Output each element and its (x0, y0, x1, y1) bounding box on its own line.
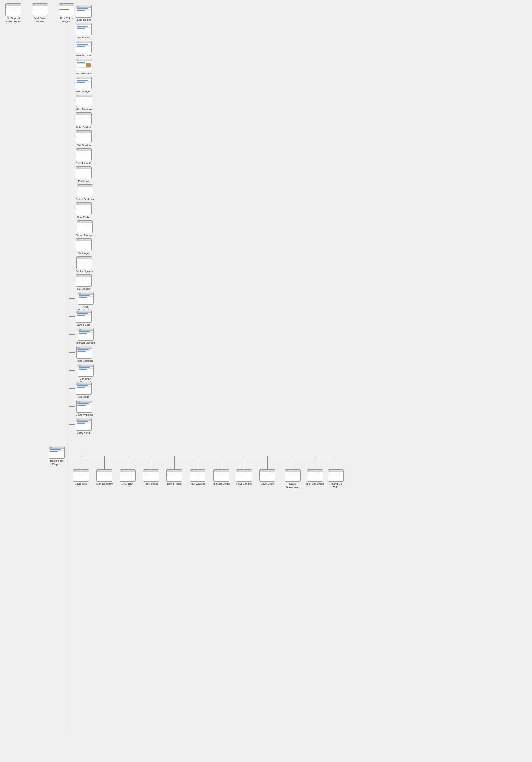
vline-hoyt (244, 456, 244, 469)
spine-item-3: Max Pescatori (69, 59, 92, 75)
layne-flack-thumb[interactable] (76, 23, 92, 35)
hoyt-corkins-thumb[interactable] (236, 469, 252, 482)
nick-schulman-thumb[interactable] (307, 469, 323, 482)
max-pescatori-label: Max Pescatori (76, 72, 93, 75)
scotty-nguyen-thumb[interactable] (76, 256, 92, 269)
ted-forrest-thumb[interactable] (143, 469, 159, 482)
bottom-best-poker-label: Best Poker Players (47, 459, 66, 466)
jamie-gold-label: Jamie Gold (77, 323, 90, 327)
marcel-luske-label: Marcel Luske (76, 54, 92, 57)
ted-forrest-label: Ted Forrest (144, 482, 158, 486)
phil-hellmuth-thumb[interactable] (76, 148, 92, 161)
marcel-luske-thumb[interactable] (76, 41, 92, 53)
juha-helppi-thumb[interactable] (76, 5, 92, 18)
michael-binger-label: Michael Binger (213, 482, 230, 486)
spine-item-14: Scotty Nguyen (69, 256, 93, 273)
mike-matusow-label: Mike Matusow (76, 108, 93, 111)
mike-matusow-thumb[interactable] (76, 95, 92, 107)
ivan-demidov-item: Ivan Demidov (96, 469, 113, 486)
best-poker-thumb[interactable] (32, 3, 48, 16)
ivan-demidov-thumb[interactable] (96, 469, 112, 482)
vline-david-benyamine (291, 456, 291, 469)
men-nguyen-label: Men Nguyen (76, 90, 91, 93)
spine-item-12: Simon Trumper (69, 220, 94, 237)
spine-item-15: T.J. Cloutier (69, 274, 92, 291)
jamie-gold-thumb[interactable] (76, 310, 92, 323)
vline-michael-binger (221, 456, 221, 469)
page-container: No Deposit Poker Bonus Best Poker Player… (0, 0, 532, 13)
vline-david-pham (174, 456, 175, 469)
jerry-yang-thumb[interactable] (76, 418, 92, 431)
max-pescatori-thumb[interactable] (76, 59, 92, 71)
phil-gordon-thumb[interactable] (76, 130, 92, 143)
jonathan-duhamel-thumb[interactable] (78, 364, 94, 377)
simon-trumper-thumb[interactable] (77, 220, 93, 233)
ted-forrest-item: Ted Forrest (143, 469, 159, 486)
tj-cloutier-thumb[interactable] (76, 274, 92, 287)
david-benyamine-thumb[interactable] (285, 469, 301, 482)
spine-bottom-ext (69, 436, 69, 456)
dave-ulliott-item: Dave Ulliott (259, 469, 275, 486)
spine-item-5: Mike Matusow (69, 95, 93, 111)
jc-tran-thumb[interactable] (120, 469, 136, 482)
david-chiu-item: David Chiu (73, 469, 89, 486)
spine-item-4: Men Nguyen (69, 77, 92, 93)
nick-schulman-label: Nick Schulman (306, 482, 324, 486)
david-williams-label: David Williams (76, 413, 93, 417)
phil-gordon-label: Phil Gordon (77, 144, 91, 147)
dave-ulliott-thumb[interactable] (259, 469, 275, 482)
phil-laak-label: Phil Laak (78, 180, 89, 183)
spine-item-11: Sam Farha (69, 202, 92, 219)
michael-mizrachi-thumb[interactable] (78, 328, 94, 341)
tj-cloutier-label: T.J. Cloutier (77, 287, 91, 291)
phil-laak-thumb[interactable] (76, 166, 92, 179)
vline-ted (151, 456, 151, 469)
michael-binger-thumb[interactable] (213, 469, 229, 482)
bottom-best-poker-thumb[interactable] (49, 446, 65, 459)
no-deposit-label: No Deposit Poker Bonus (3, 17, 23, 23)
top-row: No Deposit Poker Bonus Best Poker Player… (3, 3, 76, 23)
spine-item-23: Jerry Yang (69, 418, 92, 435)
hoyt-corkins-item: Hoyt Corkins (236, 469, 252, 486)
top-item-no-deposit: No Deposit Poker Bonus (3, 3, 23, 23)
h-line-top (59, 9, 69, 10)
sam-farha-thumb[interactable] (76, 202, 92, 215)
peter-eastgate-label: Peter Eastgate (76, 359, 93, 363)
david-williams-thumb[interactable] (76, 400, 92, 413)
spine-item-17: Jamie Gold (69, 310, 92, 327)
vline-jc (128, 456, 128, 469)
roland-de-wolfe-label: Roland De Wolfe (326, 482, 346, 489)
david-chiu-thumb[interactable] (73, 469, 89, 482)
peter-eastgate-thumb[interactable] (76, 346, 92, 359)
vline-dave (267, 456, 268, 469)
david-pham-item: David Pham (166, 469, 182, 486)
men-nguyen-thumb[interactable] (76, 77, 92, 89)
spine-item-7: Phil Gordon (69, 130, 92, 147)
bottom-h-line (69, 456, 335, 456)
david-benyamine-label: David Benyamine (283, 482, 303, 489)
michael-mizrachi-label: Michael Mizrachi (76, 341, 96, 345)
mike-sexton-label: Mike Sexton (76, 126, 91, 129)
roland-de-wolfe-thumb[interactable] (328, 469, 344, 482)
mike-sexton-thumb[interactable] (76, 112, 92, 125)
vline-nick (314, 456, 314, 469)
joe-cada-thumb[interactable] (76, 382, 92, 395)
stu-ungar-thumb[interactable] (76, 238, 92, 251)
bottom-best-poker-node: Best Poker Players (47, 446, 66, 466)
paul-wasicka-thumb[interactable] (190, 469, 205, 482)
juha-helppi-label: Juha Helppi (77, 18, 91, 22)
allen-cunningham-thumb[interactable] (78, 292, 94, 305)
spine-item-16: Allen Cunningham (69, 292, 96, 312)
sam-farha-label: Sam Farha (77, 216, 90, 219)
top-item-best-poker: Best Poker Players (30, 3, 50, 23)
spine-item-8: Phil Hellmuth (69, 148, 92, 165)
no-deposit-thumb[interactable] (5, 3, 21, 16)
dave-ulliott-label: Dave Ulliott (261, 482, 274, 486)
david-pham-thumb[interactable] (166, 469, 182, 482)
stu-ungar-label: Stu Ungar (78, 252, 90, 255)
spine-item-9: Phil Laak (69, 166, 92, 183)
paul-wasicka-item: Paul Wasicka (190, 469, 205, 486)
phil-hellmuth-label: Phil Hellmuth (76, 162, 91, 165)
spine-item-2: Marcel Luske (69, 41, 92, 57)
robert-varkonyi-thumb[interactable] (77, 184, 93, 197)
